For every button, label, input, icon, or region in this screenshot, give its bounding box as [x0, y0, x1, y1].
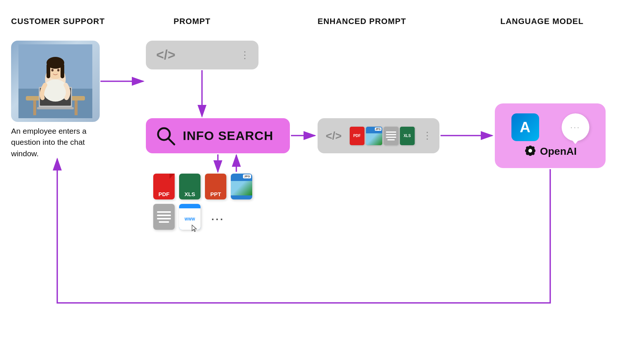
pdf-doc-icon: PDF — [153, 174, 175, 199]
col-label-customer: CUSTOMER SUPPORT — [11, 17, 105, 26]
enhanced-prompt-box: </> PDF JPG XLS ⋮ — [318, 118, 439, 153]
enhanced-code-tag: </> — [326, 130, 342, 142]
svg-rect-13 — [61, 64, 64, 78]
language-model-box: A ··· OpenAI — [495, 103, 606, 168]
diagram-container: CUSTOMER SUPPORT PROMPT ENHANCED PROMPT … — [0, 0, 644, 345]
www-doc-icon: WWW — [179, 204, 201, 230]
svg-line-17 — [168, 139, 174, 144]
svg-point-18 — [528, 149, 532, 153]
openai-label: OpenAI — [540, 146, 577, 157]
svg-rect-7 — [37, 107, 74, 109]
cursor-icon — [191, 224, 198, 230]
enhanced-file-icons: PDF JPG XLS — [350, 127, 415, 145]
enhanced-xls-icon: XLS — [400, 127, 415, 145]
search-icon — [155, 125, 177, 147]
jpg-doc-icon: JPG — [231, 174, 252, 199]
svg-point-9 — [43, 79, 68, 102]
svg-marker-19 — [192, 225, 196, 230]
lang-model-logos-row: A ··· — [500, 113, 600, 141]
info-search-box: INFO SEARCH — [146, 118, 290, 153]
enhanced-jpg-icon: JPG — [366, 127, 382, 145]
openai-logo: OpenAI — [524, 145, 577, 158]
ppt-doc-icon: PPT — [205, 174, 226, 199]
prompt-code-tag: </> — [156, 47, 175, 63]
svg-point-15 — [57, 69, 59, 72]
docs-group: PDF XLS PPT JPG WWW — [153, 174, 268, 230]
xls-doc-icon: XLS — [179, 174, 201, 199]
person-illustration — [18, 44, 92, 118]
openai-icon — [524, 145, 537, 158]
txt-doc-icon — [153, 204, 175, 230]
svg-rect-12 — [47, 64, 50, 78]
info-search-label: INFO SEARCH — [183, 129, 273, 143]
prompt-box: </> ⋮ — [146, 41, 258, 69]
search-svg — [155, 125, 177, 147]
prompt-dots-menu: ⋮ — [240, 49, 250, 61]
chat-bubble-icon: ··· — [562, 113, 589, 141]
col-label-prompt: PROMPT — [174, 17, 210, 26]
svg-rect-4 — [75, 100, 78, 115]
col-label-language: LANGUAGE MODEL — [500, 17, 583, 26]
customer-caption: An employee enters a question into the c… — [11, 126, 96, 159]
svg-rect-3 — [33, 100, 36, 115]
col-label-enhanced: ENHANCED PROMPT — [318, 17, 406, 26]
docs-ellipsis: ... — [205, 204, 231, 230]
customer-photo — [11, 41, 100, 122]
azure-icon: A — [511, 113, 539, 141]
enhanced-dots-menu: ⋮ — [422, 130, 433, 141]
svg-point-14 — [51, 69, 54, 72]
enhanced-txt-icon — [384, 127, 398, 145]
enhanced-pdf-icon: PDF — [350, 127, 364, 145]
